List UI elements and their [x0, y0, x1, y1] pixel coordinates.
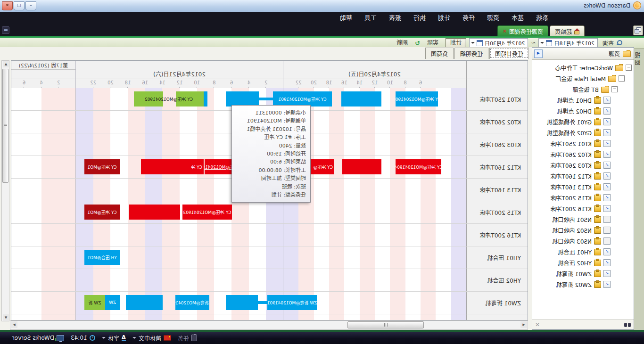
date-from-field[interactable]: 2012年 4月18日: [538, 38, 598, 48]
server-indicator[interactable]: DWorks Server: [12, 335, 64, 341]
tree-machine-node[interactable]: ✓KT03 260T冲床: [532, 160, 632, 171]
machine-checkbox[interactable]: ✓: [603, 162, 611, 169]
gantt-task-bar[interactable]: CY 冲压@MO12041904: [396, 159, 441, 174]
chevron-down-icon[interactable]: [132, 337, 136, 339]
gantt-task-bar[interactable]: ZW 折弯@MO12041901: [175, 295, 209, 310]
date-to-field[interactable]: 2012年 4月30日: [469, 38, 528, 48]
gantt-task-bar[interactable]: CY 冲压@MO12041903: [182, 205, 232, 220]
machine-checkbox[interactable]: ✓: [603, 118, 611, 125]
scroll-down-icon[interactable]: ▼: [3, 314, 9, 321]
menu-item-资源[interactable]: 资源: [481, 12, 505, 24]
chevron-down-icon[interactable]: [540, 42, 544, 44]
chevron-down-icon[interactable]: [471, 42, 475, 44]
tree-machine-node[interactable]: ✓GY01 外桶成型机: [532, 116, 632, 127]
tree-machine-node[interactable]: NS02 内收口机: [532, 225, 632, 236]
tree-machine-node[interactable]: ✓YH02 压合机: [532, 257, 632, 268]
tree-machine-node[interactable]: ✓KT16 200T冲床: [532, 203, 632, 214]
clear-filter-icon[interactable]: ✕: [535, 321, 540, 328]
machine-checkbox[interactable]: ✓: [603, 140, 611, 147]
font-indicator[interactable]: A 字体: [102, 334, 126, 342]
gantt-task-bar[interactable]: ZW: [105, 295, 120, 310]
scroll-right-icon[interactable]: ▶: [11, 321, 17, 328]
machine-checkbox[interactable]: [603, 216, 611, 223]
gantt-task-bar[interactable]: [129, 205, 180, 220]
gantt-task-bar[interactable]: CY 冲压@MO12041901: [226, 91, 332, 106]
gantt-task-bar[interactable]: CY 冲压@MO1: [84, 159, 120, 174]
vertical-scrollbar[interactable]: ▲ ▼: [1, 60, 9, 321]
scroll-left-icon[interactable]: ◀: [520, 321, 527, 328]
gantt-task-bar[interactable]: YH 压合@MO1: [84, 250, 120, 265]
panel-collapse-button[interactable]: ◀: [534, 49, 543, 58]
menu-item-执行[interactable]: 执行: [407, 12, 432, 24]
gantt-task-bar[interactable]: [342, 159, 381, 174]
machine-checkbox[interactable]: ✓: [603, 259, 611, 266]
tree-machine-node[interactable]: ✓KT12 160T冲床: [532, 171, 632, 181]
tree-machine-node[interactable]: ✓GY02 外桶成型机: [532, 127, 632, 138]
tab-resource-task-view[interactable]: 资源任务视图 ✕: [497, 25, 548, 36]
plan-toggle-button[interactable]: 计划: [446, 38, 466, 48]
docked-panel-strip[interactable]: 视图: [634, 49, 644, 330]
gantt-task-bar[interactable]: CY 冲压@MO12041901: [396, 91, 438, 106]
gantt-task-bar[interactable]: CY 冲压@MO1: [84, 205, 120, 220]
gantt-task-bar[interactable]: [126, 295, 163, 310]
machine-checkbox[interactable]: ✓: [603, 151, 611, 158]
machine-checkbox[interactable]: [603, 227, 611, 234]
gantt-task-bar[interactable]: ZW 折弯@MO12041901: [226, 295, 317, 310]
view-tab-任务甘特图[interactable]: 任务甘特图: [489, 48, 529, 59]
tree-machine-node[interactable]: ✓DH01 点焊机: [532, 95, 632, 106]
gantt-task-bar[interactable]: [341, 91, 381, 106]
gantt-task-bar[interactable]: CY 冲: [141, 159, 204, 174]
machine-checkbox[interactable]: ✓: [603, 97, 611, 104]
status-task-item[interactable]: 任务: [178, 334, 197, 342]
tree-machine-node[interactable]: ✓DH02 点焊机: [532, 106, 632, 116]
tree-collapse-icon[interactable]: −: [611, 86, 618, 92]
chevron-down-icon[interactable]: [102, 337, 106, 339]
menu-item-报表[interactable]: 报表: [383, 12, 407, 24]
minimize-button[interactable]: –: [25, 1, 36, 10]
tree-machine-node[interactable]: ✓KT13 160T冲床: [532, 181, 632, 192]
search-button[interactable]: 查询: [601, 39, 614, 47]
machine-checkbox[interactable]: ✓: [603, 107, 611, 115]
view-tab-负荷图[interactable]: 负荷图: [425, 48, 454, 59]
menu-item-系统[interactable]: 系统: [530, 12, 554, 24]
tree-folder-node[interactable]: −WorkCenter 工作中心: [532, 62, 632, 73]
machine-checkbox[interactable]: ✓: [603, 194, 611, 201]
menu-item-帮助[interactable]: 帮助: [334, 12, 358, 24]
machine-checkbox[interactable]: ✓: [603, 281, 611, 288]
machine-checkbox[interactable]: ✓: [603, 248, 611, 255]
docked-panel-label[interactable]: 视图: [634, 52, 642, 66]
tree-machine-node[interactable]: NS03 内收口机: [532, 236, 632, 246]
menu-item-基本[interactable]: 基本: [505, 12, 530, 24]
machine-checkbox[interactable]: ✓: [603, 172, 611, 180]
machine-checkbox[interactable]: ✓: [603, 183, 611, 190]
tree-machine-node[interactable]: ✓ZW01 折弯机: [532, 268, 632, 279]
machine-checkbox[interactable]: ✓: [603, 270, 611, 277]
tab-home[interactable]: 起始页: [550, 25, 585, 36]
view-tab-任务明细[interactable]: 任务明细: [454, 48, 488, 59]
menu-item-工具[interactable]: 工具: [358, 12, 383, 24]
language-indicator[interactable]: 简体中文: [132, 334, 171, 342]
tree-collapse-icon[interactable]: −: [626, 65, 632, 71]
close-button[interactable]: ✕: [2, 1, 13, 10]
tree-folder-node[interactable]: −Metal Plate 钣金厂: [532, 73, 632, 84]
horizontal-scroll-thumb[interactable]: [347, 321, 424, 328]
tree-machine-node[interactable]: ✓ZW02 折弯机: [532, 279, 632, 290]
menu-item-计划[interactable]: 计划: [432, 12, 456, 24]
tree-machine-node[interactable]: ✓KT01 250T冲床: [532, 138, 632, 149]
machine-checkbox[interactable]: ✓: [603, 129, 611, 136]
machine-checkbox[interactable]: ✓: [603, 205, 611, 212]
maximize-button[interactable]: ▢: [14, 1, 25, 10]
horizontal-scrollbar[interactable]: ◀ ▶: [10, 320, 528, 330]
menu-item-任务[interactable]: 任务: [456, 12, 481, 24]
machine-checkbox[interactable]: [603, 238, 611, 245]
tree-machine-node[interactable]: ✓KT15 200T冲床: [532, 192, 632, 203]
gantt-task-bar[interactable]: [204, 91, 207, 106]
tree-folder-node[interactable]: −BT 钣金部: [532, 84, 632, 95]
scroll-up-icon[interactable]: ▲: [3, 61, 9, 67]
gantt-task-bar[interactable]: ZW 折: [84, 295, 105, 310]
vertical-scroll-thumb[interactable]: [2, 69, 8, 183]
binoculars-icon[interactable]: [624, 323, 631, 327]
gantt-task-bar[interactable]: CY 冲压@MO12041902: [134, 91, 204, 106]
tree-machine-node[interactable]: NS01 内收口机: [532, 214, 632, 225]
tab-overflow-button[interactable]: [2, 26, 9, 34]
